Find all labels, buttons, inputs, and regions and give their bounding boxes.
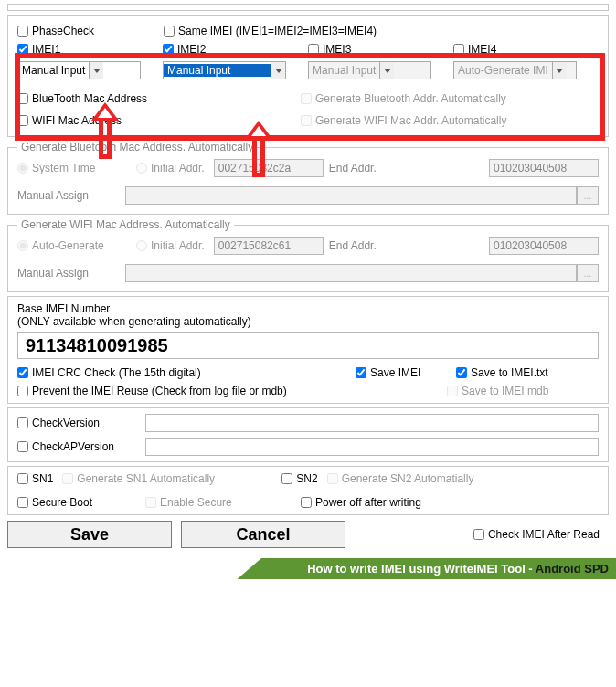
prevent-reuse-checkbox[interactable]: Prevent the IMEI Reuse (Check from log f… bbox=[17, 385, 438, 397]
gen-sn2-checkbox: Generate SN2 Automatially bbox=[327, 472, 474, 485]
check-imei-after-checkbox[interactable]: Check IMEI After Read bbox=[473, 528, 600, 541]
save-imei-checkbox[interactable]: Save IMEI bbox=[356, 366, 447, 379]
gen-bt-auto-checkbox: Generate Bluetooth Addr. Automatically bbox=[301, 92, 506, 105]
footer: How to write IMEI using WriteIMEI Tool -… bbox=[0, 552, 616, 579]
footer-caption: How to write IMEI using WriteIMEI Tool -… bbox=[261, 558, 616, 579]
phasecheck-checkbox[interactable]: PhaseCheck bbox=[17, 25, 154, 37]
bt-group-legend: Generate Bluetooth Mac Address. Automati… bbox=[17, 141, 257, 153]
bt-endaddr-input bbox=[489, 159, 599, 177]
footer-text-1: How to write IMEI using WriteIMEI Tool - bbox=[307, 562, 536, 576]
imei3-checkbox[interactable]: IMEI3 bbox=[308, 43, 351, 56]
save-imei-txt-checkbox[interactable]: Save to IMEI.txt bbox=[456, 366, 548, 379]
imei3-mode-value: Manual Input bbox=[309, 64, 379, 77]
wifi-manual-label: Manual Assign bbox=[17, 267, 118, 280]
imei1-mode-value: Manual Input bbox=[18, 64, 89, 77]
bt-endaddr-label: End Addr. bbox=[329, 162, 377, 174]
imei2-mode-dropdown[interactable]: Manual Input bbox=[163, 61, 286, 79]
wifi-endaddr-label: End Addr. bbox=[329, 239, 377, 252]
imei2-mode-value: Manual Input bbox=[164, 64, 271, 77]
base-imei-input[interactable] bbox=[17, 332, 599, 359]
poweroff-checkbox[interactable]: Power off after writing bbox=[301, 496, 421, 509]
bt-manual-browse-button: ... bbox=[577, 186, 599, 205]
sn2-label: SN2 bbox=[296, 472, 317, 485]
enable-secure-label: Enable Secure bbox=[160, 496, 232, 509]
chevron-down-icon bbox=[271, 62, 285, 79]
bt-auto-group: Generate Bluetooth Mac Address. Automati… bbox=[7, 141, 609, 215]
checkapversion-checkbox[interactable]: CheckAPVersion bbox=[17, 440, 136, 453]
bt-initaddr-radio: Initial Addr. bbox=[136, 162, 205, 174]
imei1-mode-dropdown[interactable]: Manual Input bbox=[17, 61, 141, 79]
crc-label: IMEI CRC Check (The 15th digital) bbox=[32, 366, 201, 379]
wifi-initaddr-input bbox=[214, 237, 324, 255]
cancel-button[interactable]: Cancel bbox=[181, 521, 345, 548]
bt-manual-input bbox=[125, 186, 577, 205]
save-imei-mdb-label: Save to IMEI.mdb bbox=[462, 385, 548, 397]
save-imei-mdb-checkbox: Save to IMEI.mdb bbox=[447, 385, 548, 397]
imei1-checkbox[interactable]: IMEI1 bbox=[17, 43, 60, 56]
wifi-initaddr-label: Initial Addr. bbox=[151, 239, 205, 252]
wifi-endaddr-input bbox=[489, 237, 599, 255]
bt-mac-label: BlueTooth Mac Address bbox=[32, 92, 147, 105]
sn1-checkbox[interactable]: SN1 bbox=[17, 472, 53, 485]
wifi-manual-input bbox=[125, 264, 577, 282]
imei4-mode-dropdown: Auto-Generate IMI bbox=[453, 61, 577, 79]
wifi-group-legend: Generate WIFI Mac Address. Automatically bbox=[17, 218, 234, 231]
wifi-initaddr-radio: Initial Addr. bbox=[136, 239, 205, 252]
gen-bt-auto-label: Generate Bluetooth Addr. Automatically bbox=[315, 92, 506, 105]
imei3-mode-dropdown: Manual Input bbox=[308, 61, 431, 79]
chevron-down-icon bbox=[552, 62, 567, 79]
checkapversion-label: CheckAPVersion bbox=[32, 440, 114, 453]
checkapversion-input[interactable] bbox=[145, 438, 599, 456]
wifi-autogen-label: Auto-Generate bbox=[32, 239, 104, 252]
gen-wifi-auto-label: Generate WIFI Mac Addr. Automatically bbox=[315, 114, 506, 127]
checkversion-input[interactable] bbox=[145, 414, 599, 432]
gen-sn1-checkbox: Generate SN1 Automatically bbox=[62, 472, 272, 485]
checkversion-label: CheckVersion bbox=[32, 417, 100, 429]
sn1-label: SN1 bbox=[32, 472, 53, 485]
base-imei-heading: Base IMEI Number bbox=[17, 302, 599, 315]
bt-systime-label: System Time bbox=[32, 162, 95, 174]
imei1-label: IMEI1 bbox=[32, 43, 60, 56]
imei4-mode-value: Auto-Generate IMI bbox=[454, 64, 552, 77]
base-imei-subheading: (ONLY available when generating automati… bbox=[17, 315, 599, 328]
imei2-checkbox[interactable]: IMEI2 bbox=[163, 43, 206, 56]
secure-boot-label: Secure Boot bbox=[32, 496, 92, 509]
save-button[interactable]: Save bbox=[7, 521, 172, 548]
gen-wifi-auto-checkbox: Generate WIFI Mac Addr. Automatically bbox=[301, 114, 506, 127]
bt-manual-label: Manual Assign bbox=[17, 189, 118, 202]
imei4-checkbox[interactable]: IMEI4 bbox=[453, 43, 496, 56]
wifi-auto-group: Generate WIFI Mac Address. Automatically… bbox=[7, 218, 609, 292]
wifi-mac-label: WIFI Mac Address bbox=[32, 114, 122, 127]
chevron-down-icon bbox=[379, 62, 394, 79]
gen-sn2-label: Generate SN2 Automatially bbox=[342, 472, 474, 485]
phasecheck-label: PhaseCheck bbox=[32, 25, 94, 37]
bt-systime-radio: System Time bbox=[17, 162, 127, 174]
prevent-reuse-label: Prevent the IMEI Reuse (Check from log f… bbox=[32, 385, 287, 397]
bt-mac-checkbox[interactable]: BlueTooth Mac Address bbox=[17, 92, 292, 105]
imei3-label: IMEI3 bbox=[323, 43, 351, 56]
gen-sn1-label: Generate SN1 Automatically bbox=[77, 472, 215, 485]
wifi-manual-browse-button: ... bbox=[577, 264, 599, 282]
same-imei-checkbox[interactable]: Same IMEI (IMEI1=IMEI2=IMEI3=IMEI4) bbox=[164, 25, 377, 37]
bt-initaddr-input bbox=[214, 159, 324, 177]
wifi-autogen-radio: Auto-Generate bbox=[17, 239, 127, 252]
sn2-checkbox[interactable]: SN2 bbox=[281, 472, 317, 485]
checkversion-checkbox[interactable]: CheckVersion bbox=[17, 417, 136, 429]
bt-initaddr-label: Initial Addr. bbox=[151, 162, 205, 174]
secure-boot-checkbox[interactable]: Secure Boot bbox=[17, 496, 136, 509]
chevron-down-icon bbox=[89, 62, 103, 79]
poweroff-label: Power off after writing bbox=[315, 496, 421, 509]
check-imei-after-label: Check IMEI After Read bbox=[488, 528, 600, 541]
imei2-label: IMEI2 bbox=[177, 43, 206, 56]
imei4-label: IMEI4 bbox=[468, 43, 496, 56]
same-imei-label: Same IMEI (IMEI1=IMEI2=IMEI3=IMEI4) bbox=[178, 25, 377, 37]
footer-text-2: Android SPD bbox=[536, 562, 609, 576]
crc-checkbox[interactable]: IMEI CRC Check (The 15th digital) bbox=[17, 366, 346, 379]
save-imei-txt-label: Save to IMEI.txt bbox=[471, 366, 548, 379]
enable-secure-checkbox: Enable Secure bbox=[145, 496, 292, 509]
save-imei-label: Save IMEI bbox=[370, 366, 420, 379]
wifi-mac-checkbox[interactable]: WIFI Mac Address bbox=[17, 114, 292, 127]
